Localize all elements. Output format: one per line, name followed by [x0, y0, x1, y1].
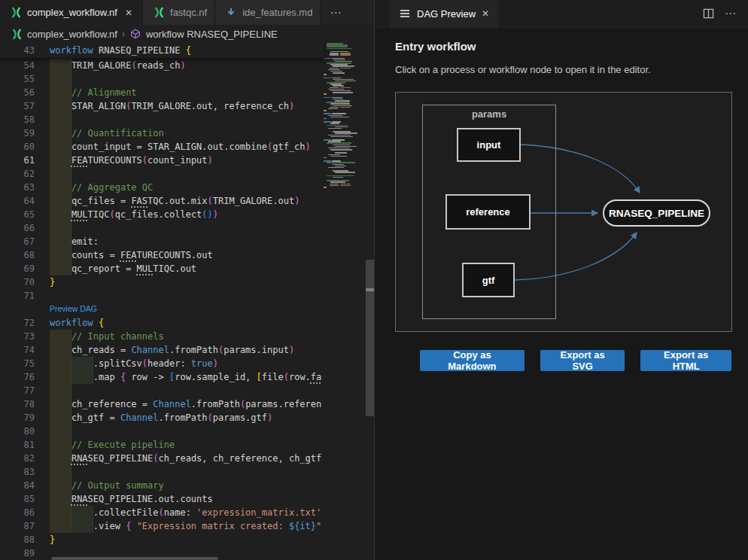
- minimap[interactable]: [324, 43, 366, 231]
- code-line[interactable]: 54 TRIM_GALORE(reads_ch): [0, 59, 324, 72]
- tab-fastqc[interactable]: fastqc.nf: [143, 0, 215, 25]
- tab-label: complex_workflow.nf: [27, 7, 117, 18]
- line-number: 77: [0, 384, 35, 397]
- code-line[interactable]: 57 STAR_ALIGN(TRIM_GALORE.out, reference…: [0, 99, 324, 113]
- code-line[interactable]: 61 FEATURECOUNTS(count_input): [0, 154, 324, 167]
- panel-heading: Entry workflow: [395, 40, 731, 53]
- codelens-preview-dag[interactable]: Preview DAG: [0, 303, 324, 316]
- code-line[interactable]: 87 .view { "Expression matrix created: $…: [0, 519, 324, 533]
- code-line[interactable]: 88}: [0, 533, 324, 546]
- panel-more-icon[interactable]: ⋯: [725, 7, 737, 20]
- code-line[interactable]: 67 emit:: [0, 235, 324, 248]
- line-number: 81: [0, 438, 35, 452]
- line-number: 68: [0, 248, 35, 262]
- code-line[interactable]: 77: [0, 384, 324, 397]
- line-number: 69: [0, 262, 35, 275]
- export-button-row: Copy as Markdown Export as SVG Export as…: [420, 350, 731, 371]
- code-line[interactable]: 74 ch_reads = Channel.fromPath(params.in…: [0, 343, 324, 357]
- line-number: 78: [0, 397, 35, 411]
- export-as-html-button[interactable]: Export as HTML: [640, 350, 731, 371]
- code-line[interactable]: 79 ch_gtf = Channel.fromPath(params.gtf): [0, 411, 324, 425]
- copy-as-markdown-button[interactable]: Copy as Markdown: [420, 350, 525, 371]
- sticky-scroll-line[interactable]: 43workflow RNASEQ_PIPELINE {: [0, 43, 324, 58]
- dag-preview-panel: DAG Preview ✕ ⋯ Entry workflow Click on …: [374, 0, 748, 560]
- code-lines: 54 TRIM_GALORE(reads_ch)5556 // Alignmen…: [0, 59, 324, 560]
- panel-content: Entry workflow Click on a process or wor…: [375, 28, 748, 371]
- code-line[interactable]: 69 qc_report = MULTIQC.out: [0, 262, 324, 275]
- line-number: 64: [0, 194, 35, 208]
- code-line[interactable]: 56 // Alignment: [0, 86, 324, 99]
- line-number: 62: [0, 167, 35, 181]
- line-number: 84: [0, 479, 35, 492]
- code-line[interactable]: 58: [0, 113, 324, 126]
- line-number: 86: [0, 506, 35, 519]
- line-number: 56: [0, 86, 35, 99]
- code-line[interactable]: 82 RNASEQ_PIPELINE(ch_reads, ch_referenc…: [0, 452, 324, 465]
- code-line[interactable]: 66: [0, 221, 324, 235]
- line-number: 67: [0, 235, 35, 248]
- tab-ide-features[interactable]: ide_features.md: [215, 0, 321, 25]
- vertical-scrollbar[interactable]: [366, 43, 374, 560]
- nextflow-file-icon: [10, 7, 22, 19]
- line-number: 55: [0, 72, 35, 86]
- code-line[interactable]: 86 .collectFile(name: 'expression_matrix…: [0, 506, 324, 519]
- tab-overflow-ellipsis[interactable]: ⋯: [321, 0, 351, 25]
- code-line[interactable]: 78 ch_reference = Channel.fromPath(param…: [0, 397, 324, 411]
- vertical-scrollbar-thumb[interactable]: [366, 260, 374, 416]
- tab-dag-preview[interactable]: DAG Preview ✕: [390, 0, 498, 28]
- line-number: 76: [0, 370, 35, 384]
- export-as-svg-button[interactable]: Export as SVG: [540, 350, 625, 371]
- line-number: 54: [0, 59, 35, 72]
- line-number: 61: [0, 154, 35, 167]
- panel-tab-label: DAG Preview: [417, 8, 476, 20]
- code-editor[interactable]: 54 TRIM_GALORE(reads_ch)5556 // Alignmen…: [0, 43, 374, 560]
- code-line[interactable]: 73 // Input channels: [0, 330, 324, 343]
- code-line[interactable]: 70}: [0, 275, 324, 289]
- editor-group: complex_workflow.nf ✕ fastqc.nf ide_feat…: [0, 0, 374, 560]
- code-line[interactable]: 75 .splitCsv(header: true): [0, 357, 324, 370]
- tab-close-icon[interactable]: ✕: [123, 7, 135, 19]
- dag-node-input[interactable]: input: [457, 128, 521, 162]
- code-line[interactable]: 85 RNASEQ_PIPELINE.out.counts: [0, 492, 324, 506]
- code-line[interactable]: 64 qc_files = FASTQC.out.mix(TRIM_GALORE…: [0, 194, 324, 208]
- code-line[interactable]: 55: [0, 72, 324, 86]
- code-line[interactable]: 81 // Execute pipeline: [0, 438, 324, 452]
- nextflow-file-icon: [153, 7, 165, 19]
- code-line[interactable]: 62: [0, 167, 324, 181]
- breadcrumb-file[interactable]: complex_workflow.nf: [27, 29, 117, 40]
- tab-complex-workflow[interactable]: complex_workflow.nf ✕: [0, 0, 143, 25]
- line-number: 87: [0, 519, 35, 533]
- code-line[interactable]: 65 MULTIQC(qc_files.collect()): [0, 208, 324, 221]
- code-line[interactable]: 72workflow {: [0, 316, 324, 330]
- panel-description: Click on a process or workflow node to o…: [395, 64, 731, 75]
- dag-cluster-label: params: [423, 108, 555, 120]
- breadcrumb-symbol[interactable]: workflow RNASEQ_PIPELINE: [146, 29, 278, 40]
- panel-tab-close-icon[interactable]: ✕: [482, 8, 489, 19]
- code-line[interactable]: 71: [0, 289, 324, 303]
- breadcrumb[interactable]: complex_workflow.nf › workflow RNASEQ_PI…: [0, 25, 374, 43]
- line-number: 85: [0, 492, 35, 506]
- horizontal-scrollbar-thumb[interactable]: [51, 557, 218, 560]
- markdown-arrow-icon: [225, 7, 237, 19]
- code-line[interactable]: 80: [0, 425, 324, 438]
- line-number: 66: [0, 221, 35, 235]
- line-number: 58: [0, 113, 35, 126]
- code-line[interactable]: 83: [0, 465, 324, 479]
- line-number: 72: [0, 316, 35, 330]
- breadcrumb-separator: ›: [122, 29, 125, 39]
- code-line[interactable]: 76 .map { row -> [row.sample_id, [file(r…: [0, 370, 324, 384]
- code-line[interactable]: 63 // Aggregate QC: [0, 181, 324, 194]
- code-line[interactable]: 68 counts = FEATURECOUNTS.out: [0, 248, 324, 262]
- line-number: 83: [0, 465, 35, 479]
- dag-node-rnaseq-pipeline[interactable]: RNASEQ_PIPELINE: [603, 199, 710, 227]
- nextflow-file-icon: [11, 28, 23, 40]
- code-line[interactable]: 60 count_input = STAR_ALIGN.out.combine(…: [0, 140, 324, 154]
- code-line[interactable]: 59 // Quantification: [0, 126, 324, 140]
- line-number: 75: [0, 357, 35, 370]
- line-number: 73: [0, 330, 35, 343]
- preview-list-icon: [399, 8, 411, 20]
- split-editor-icon[interactable]: [702, 8, 714, 20]
- dag-node-gtf[interactable]: gtf: [462, 263, 515, 297]
- code-line[interactable]: 84 // Output summary: [0, 479, 324, 492]
- dag-node-reference[interactable]: reference: [445, 194, 531, 230]
